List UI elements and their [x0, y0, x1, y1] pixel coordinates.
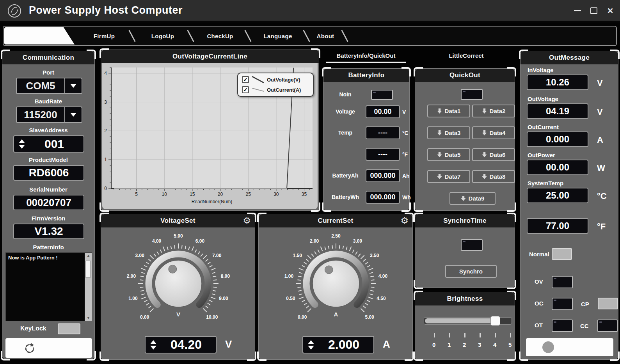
svg-text:1: 1: [104, 157, 107, 162]
chart-legend: ✓OutVoltage(V)✓OutCurrent(A): [237, 73, 314, 97]
port-dropdown-arrow-icon[interactable]: [64, 78, 82, 93]
out-message-field-label: SystemTemp: [528, 180, 563, 186]
status-label-cc: CC: [580, 323, 589, 329]
keylock-toggle[interactable]: [58, 323, 80, 334]
pattern-info-scrollbar[interactable]: ▲ ▼: [85, 253, 92, 321]
battery-value-display: 00.00: [366, 105, 400, 118]
quickout-button-data8[interactable]: Data8: [472, 170, 515, 183]
brightness-slider-handle[interactable]: [490, 316, 500, 326]
svg-text:0.00: 0.00: [298, 314, 307, 320]
svg-text:0.00: 0.00: [140, 314, 149, 320]
battery-row-label: BatteryWh: [327, 194, 364, 200]
menu-separator: [303, 30, 310, 42]
baudrate-dropdown-arrow-icon[interactable]: [64, 107, 82, 122]
corner-bracket: [405, 352, 414, 361]
quickout-button-data1[interactable]: Data1: [427, 105, 470, 117]
voltage-set-stepper[interactable]: [150, 340, 156, 350]
brightness-title: Brightness: [415, 292, 515, 305]
maximize-button[interactable]: [587, 5, 600, 16]
tab-batteryinfo-quickout[interactable]: BatteryInfo/QuickOut: [327, 52, 405, 59]
voltage-set-field[interactable]: 04.20: [145, 336, 217, 353]
port-select[interactable]: COM5: [16, 78, 82, 94]
corner-bracket: [414, 280, 423, 289]
step-up-icon[interactable]: [19, 139, 25, 143]
quickout-button-data6[interactable]: Data6: [472, 148, 515, 161]
quick-out-panel: QuickOut Data1Data2Data3Data4Data5Data6D…: [415, 68, 515, 211]
scrollbar-thumb[interactable]: [85, 261, 91, 278]
scroll-up-icon[interactable]: ▲: [87, 254, 90, 257]
out-message-value-display: 0.000: [527, 131, 588, 147]
serial-number-display: 00020707: [13, 195, 84, 210]
scroll-down-icon[interactable]: ▼: [87, 316, 90, 320]
chart-title: OutVoltageCurrentLine: [101, 50, 319, 63]
quickout-button-data5[interactable]: Data5: [427, 148, 470, 161]
svg-text:6.00: 6.00: [195, 238, 205, 244]
svg-text:3.50: 3.50: [370, 253, 379, 258]
quickout-button-data3[interactable]: Data3: [427, 126, 470, 139]
out-message-field-label: OutVoltage: [528, 96, 558, 102]
out-message-panel: OutMessage InVoltage10.26VOutVoltage04.1…: [520, 51, 618, 360]
corner-bracket: [507, 352, 516, 361]
svg-text:1.00: 1.00: [128, 296, 138, 301]
baudrate-select[interactable]: 115200: [16, 107, 82, 123]
quickout-button-data2[interactable]: Data2: [472, 105, 515, 117]
menu-tab-active[interactable]: [4, 27, 75, 44]
current-set-field[interactable]: 2.000: [302, 336, 374, 353]
maximize-icon: [590, 7, 597, 14]
chart-panel: OutVoltageCurrentLine 510152025303501234…: [101, 50, 319, 211]
quickout-button-label: Data9: [469, 195, 485, 202]
quickout-button-data9[interactable]: Data9: [449, 192, 496, 205]
step-down-icon[interactable]: [19, 145, 25, 149]
minimize-icon: [574, 10, 581, 11]
current-set-unit: A: [383, 338, 390, 350]
brightness-tick: [495, 333, 496, 337]
menu-tab-logoup[interactable]: LogoUp: [151, 27, 174, 45]
step-down-icon[interactable]: [308, 346, 314, 350]
current-set-header: CurrentSet: [259, 214, 412, 227]
current-knob[interactable]: 0.000.501.001.502.002.503.003.504.004.50…: [275, 232, 396, 334]
corner-bracket: [414, 352, 423, 361]
svg-text:2.00: 2.00: [127, 273, 136, 279]
menu-tab-checkup[interactable]: CheckUp: [207, 27, 233, 45]
communication-panel: Communication Port COM5 BaudRate 115200 …: [2, 51, 95, 359]
menu-tab-firmup[interactable]: FirmUp: [94, 27, 115, 45]
gear-icon[interactable]: ⚙: [243, 215, 251, 226]
legend-checkbox[interactable]: ✓: [242, 76, 249, 83]
brightness-tick: [510, 333, 511, 337]
current-set-value: 2.000: [314, 337, 373, 352]
menu-tab-language[interactable]: Language: [263, 27, 292, 45]
menu-tab-about[interactable]: About: [317, 27, 334, 45]
synchro-indicator: [461, 239, 483, 251]
step-down-icon[interactable]: [150, 346, 156, 350]
keylock-label: KeyLock: [20, 325, 46, 332]
svg-text:4.50: 4.50: [377, 296, 386, 301]
slave-address-field[interactable]: 001: [13, 135, 84, 153]
battery-row-label: NoIn: [327, 91, 364, 98]
svg-text:2: 2: [104, 128, 107, 133]
quickout-button-data4[interactable]: Data4: [472, 126, 515, 139]
close-button[interactable]: ×: [604, 5, 617, 16]
slave-address-value: 001: [25, 137, 83, 151]
slave-address-stepper[interactable]: [19, 139, 25, 149]
download-arrow-icon: [482, 108, 487, 114]
gear-icon[interactable]: ⚙: [400, 215, 409, 226]
step-up-icon[interactable]: [308, 340, 314, 344]
status-label-oc: OC: [535, 300, 544, 307]
voltage-knob[interactable]: 0.001.002.003.004.005.006.007.008.009.00…: [118, 232, 239, 334]
synchro-button[interactable]: Synchro: [445, 265, 497, 278]
current-set-stepper[interactable]: [308, 340, 314, 350]
quickout-button-data7[interactable]: Data7: [427, 170, 470, 183]
status-indicator-normal: [552, 248, 572, 260]
pattern-info-box[interactable]: Now is App Pattern ! ▲ ▼: [5, 252, 92, 321]
output-power-button[interactable]: [526, 338, 613, 356]
minimize-button[interactable]: [571, 5, 584, 16]
battery-unit-label: °C: [402, 130, 409, 136]
legend-checkbox[interactable]: ✓: [242, 86, 249, 93]
current-set-panel: CurrentSet ⚙ 0.000.501.001.502.002.503.0…: [258, 214, 413, 360]
svg-text:0: 0: [104, 186, 107, 191]
port-value: COM5: [17, 78, 64, 93]
step-up-icon[interactable]: [150, 340, 156, 344]
refresh-button[interactable]: [5, 338, 92, 358]
svg-text:4.00: 4.00: [378, 273, 388, 279]
tab-littlecorrect[interactable]: LittleCorrect: [441, 52, 492, 59]
